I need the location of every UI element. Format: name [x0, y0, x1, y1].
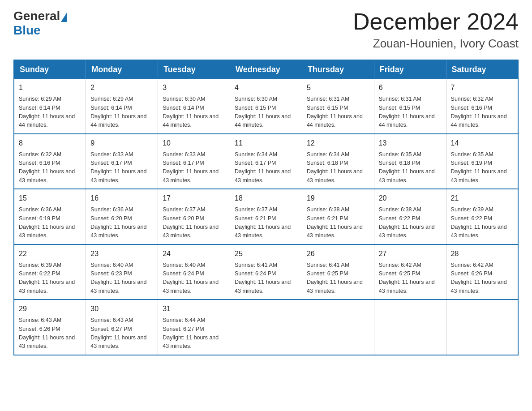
calendar-cell: 21Sunrise: 6:39 AMSunset: 6:22 PMDayligh… [446, 189, 518, 244]
calendar-cell: 26Sunrise: 6:41 AMSunset: 6:25 PMDayligh… [302, 244, 374, 300]
day-number: 5 [307, 82, 369, 93]
day-number: 9 [90, 138, 153, 149]
calendar-cell: 27Sunrise: 6:42 AMSunset: 6:25 PMDayligh… [374, 244, 446, 300]
calendar-table: SundayMondayTuesdayWednesdayThursdayFrid… [13, 60, 519, 355]
day-info: Sunrise: 6:44 AMSunset: 6:27 PMDaylight:… [163, 316, 225, 351]
day-info: Sunrise: 6:36 AMSunset: 6:20 PMDaylight:… [90, 206, 153, 240]
calendar-cell: 20Sunrise: 6:38 AMSunset: 6:22 PMDayligh… [374, 189, 446, 244]
calendar-cell: 25Sunrise: 6:41 AMSunset: 6:24 PMDayligh… [230, 244, 302, 300]
day-info: Sunrise: 6:30 AMSunset: 6:15 PMDaylight:… [235, 95, 297, 130]
calendar-week-2: 8Sunrise: 6:32 AMSunset: 6:16 PMDaylight… [14, 134, 518, 189]
weekday-header-sunday: Sunday [14, 60, 86, 79]
day-number: 2 [90, 82, 153, 93]
day-number: 19 [307, 193, 369, 204]
day-number: 20 [379, 193, 442, 204]
day-info: Sunrise: 6:34 AMSunset: 6:18 PMDaylight:… [307, 150, 369, 185]
day-info: Sunrise: 6:36 AMSunset: 6:19 PMDaylight:… [19, 206, 81, 240]
weekday-header-friday: Friday [374, 60, 446, 79]
day-info: Sunrise: 6:31 AMSunset: 6:15 PMDaylight:… [307, 95, 369, 130]
calendar-cell: 5Sunrise: 6:31 AMSunset: 6:15 PMDaylight… [302, 79, 374, 134]
weekday-header-thursday: Thursday [302, 60, 374, 79]
calendar-cell: 22Sunrise: 6:39 AMSunset: 6:22 PMDayligh… [14, 244, 86, 300]
logo-blue-text: Blue [13, 23, 41, 38]
day-info: Sunrise: 6:35 AMSunset: 6:18 PMDaylight:… [379, 150, 442, 185]
calendar-cell: 12Sunrise: 6:34 AMSunset: 6:18 PMDayligh… [302, 134, 374, 189]
day-info: Sunrise: 6:37 AMSunset: 6:21 PMDaylight:… [235, 206, 297, 240]
location-title: Zouan-Hounien, Ivory Coast [353, 37, 519, 51]
day-number: 23 [90, 248, 153, 259]
day-number: 7 [451, 82, 513, 93]
day-number: 13 [379, 138, 442, 149]
day-info: Sunrise: 6:41 AMSunset: 6:24 PMDaylight:… [235, 261, 297, 296]
day-info: Sunrise: 6:33 AMSunset: 6:17 PMDaylight:… [163, 150, 225, 185]
day-number: 11 [235, 138, 297, 149]
calendar-week-3: 15Sunrise: 6:36 AMSunset: 6:19 PMDayligh… [14, 189, 518, 244]
calendar-week-1: 1Sunrise: 6:29 AMSunset: 6:14 PMDaylight… [14, 79, 518, 134]
day-number: 30 [90, 304, 153, 314]
calendar-cell: 7Sunrise: 6:32 AMSunset: 6:16 PMDaylight… [446, 79, 518, 134]
day-info: Sunrise: 6:39 AMSunset: 6:22 PMDaylight:… [19, 261, 81, 296]
day-info: Sunrise: 6:32 AMSunset: 6:16 PMDaylight:… [19, 150, 81, 185]
day-info: Sunrise: 6:29 AMSunset: 6:14 PMDaylight:… [19, 95, 81, 130]
calendar-cell: 17Sunrise: 6:37 AMSunset: 6:20 PMDayligh… [158, 189, 230, 244]
calendar-cell: 9Sunrise: 6:33 AMSunset: 6:17 PMDaylight… [86, 134, 158, 189]
day-number: 16 [90, 193, 153, 204]
day-number: 8 [19, 138, 81, 149]
calendar-cell: 29Sunrise: 6:43 AMSunset: 6:26 PMDayligh… [14, 300, 86, 355]
day-info: Sunrise: 6:37 AMSunset: 6:20 PMDaylight:… [163, 206, 225, 240]
calendar-cell: 3Sunrise: 6:30 AMSunset: 6:14 PMDaylight… [158, 79, 230, 134]
day-number: 27 [379, 248, 442, 259]
day-info: Sunrise: 6:33 AMSunset: 6:17 PMDaylight:… [90, 150, 153, 185]
day-number: 24 [163, 248, 225, 259]
calendar-week-4: 22Sunrise: 6:39 AMSunset: 6:22 PMDayligh… [14, 244, 518, 300]
calendar-cell [302, 300, 374, 355]
calendar-cell: 24Sunrise: 6:40 AMSunset: 6:24 PMDayligh… [158, 244, 230, 300]
calendar-cell: 10Sunrise: 6:33 AMSunset: 6:17 PMDayligh… [158, 134, 230, 189]
calendar-cell: 19Sunrise: 6:38 AMSunset: 6:21 PMDayligh… [302, 189, 374, 244]
calendar-cell: 14Sunrise: 6:35 AMSunset: 6:19 PMDayligh… [446, 134, 518, 189]
calendar-cell: 6Sunrise: 6:31 AMSunset: 6:15 PMDaylight… [374, 79, 446, 134]
calendar-cell: 16Sunrise: 6:36 AMSunset: 6:20 PMDayligh… [86, 189, 158, 244]
weekday-header-tuesday: Tuesday [158, 60, 230, 79]
day-number: 31 [163, 304, 225, 314]
day-info: Sunrise: 6:30 AMSunset: 6:14 PMDaylight:… [163, 95, 225, 130]
day-info: Sunrise: 6:40 AMSunset: 6:24 PMDaylight:… [163, 261, 225, 296]
day-info: Sunrise: 6:42 AMSunset: 6:26 PMDaylight:… [451, 261, 513, 296]
calendar-cell: 2Sunrise: 6:29 AMSunset: 6:14 PMDaylight… [86, 79, 158, 134]
weekday-header-row: SundayMondayTuesdayWednesdayThursdayFrid… [14, 60, 518, 79]
page-header: General Blue December 2024 Zouan-Hounien… [13, 9, 519, 51]
day-info: Sunrise: 6:43 AMSunset: 6:27 PMDaylight:… [90, 316, 153, 351]
day-number: 14 [451, 138, 513, 149]
weekday-header-saturday: Saturday [446, 60, 518, 79]
calendar-cell: 28Sunrise: 6:42 AMSunset: 6:26 PMDayligh… [446, 244, 518, 300]
calendar-cell: 8Sunrise: 6:32 AMSunset: 6:16 PMDaylight… [14, 134, 86, 189]
day-number: 22 [19, 248, 81, 259]
day-number: 29 [19, 304, 81, 314]
calendar-cell: 4Sunrise: 6:30 AMSunset: 6:15 PMDaylight… [230, 79, 302, 134]
calendar-cell: 31Sunrise: 6:44 AMSunset: 6:27 PMDayligh… [158, 300, 230, 355]
day-number: 18 [235, 193, 297, 204]
day-info: Sunrise: 6:34 AMSunset: 6:17 PMDaylight:… [235, 150, 297, 185]
day-number: 3 [163, 82, 225, 93]
weekday-header-monday: Monday [86, 60, 158, 79]
day-info: Sunrise: 6:40 AMSunset: 6:23 PMDaylight:… [90, 261, 153, 296]
weekday-header-wednesday: Wednesday [230, 60, 302, 79]
logo: General Blue [13, 9, 68, 38]
day-info: Sunrise: 6:38 AMSunset: 6:21 PMDaylight:… [307, 206, 369, 240]
day-number: 10 [163, 138, 225, 149]
day-info: Sunrise: 6:39 AMSunset: 6:22 PMDaylight:… [451, 206, 513, 240]
calendar-cell: 15Sunrise: 6:36 AMSunset: 6:19 PMDayligh… [14, 189, 86, 244]
month-title: December 2024 [353, 9, 519, 34]
calendar-cell: 1Sunrise: 6:29 AMSunset: 6:14 PMDaylight… [14, 79, 86, 134]
logo-general-text: General [13, 9, 60, 23]
calendar-cell: 23Sunrise: 6:40 AMSunset: 6:23 PMDayligh… [86, 244, 158, 300]
logo-triangle-icon [61, 12, 67, 22]
day-info: Sunrise: 6:41 AMSunset: 6:25 PMDaylight:… [307, 261, 369, 296]
title-section: December 2024 Zouan-Hounien, Ivory Coast [353, 9, 519, 51]
day-number: 26 [307, 248, 369, 259]
day-number: 4 [235, 82, 297, 93]
day-number: 21 [451, 193, 513, 204]
calendar-cell [446, 300, 518, 355]
day-info: Sunrise: 6:31 AMSunset: 6:15 PMDaylight:… [379, 95, 442, 130]
day-info: Sunrise: 6:43 AMSunset: 6:26 PMDaylight:… [19, 316, 81, 351]
